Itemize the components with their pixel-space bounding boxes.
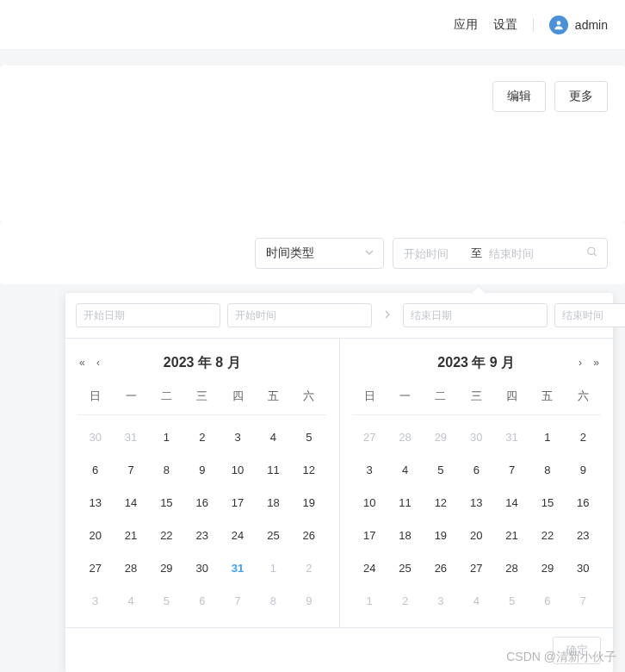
divider (533, 18, 534, 32)
day-cell[interactable]: 7 (494, 453, 529, 486)
user-name: admin (575, 18, 608, 32)
weekday-label: 日 (352, 385, 387, 408)
day-cell: 2 (387, 584, 423, 617)
day-cell[interactable]: 29 (149, 551, 184, 584)
day-cell: 7 (220, 584, 255, 617)
day-cell[interactable]: 15 (529, 486, 565, 519)
time-type-select[interactable]: 时间类型 (255, 238, 384, 269)
weekday-label: 一 (387, 385, 423, 408)
day-cell[interactable]: 10 (352, 486, 387, 519)
day-cell[interactable]: 6 (459, 453, 494, 486)
weekday-label: 六 (291, 385, 326, 408)
day-cell[interactable]: 14 (494, 486, 529, 519)
filter-card: 时间类型 至 (0, 222, 625, 284)
day-cell[interactable]: 13 (459, 486, 494, 519)
day-cell[interactable]: 18 (256, 486, 291, 519)
day-cell: 1 (352, 584, 387, 617)
day-cell[interactable]: 9 (184, 453, 220, 486)
settings-link[interactable]: 设置 (493, 17, 517, 33)
start-date-input[interactable] (76, 303, 220, 327)
day-cell[interactable]: 15 (149, 486, 184, 519)
day-cell[interactable]: 29 (529, 551, 565, 584)
day-cell[interactable]: 11 (256, 453, 291, 486)
day-cell[interactable]: 3 (220, 420, 255, 453)
day-cell[interactable]: 31 (220, 551, 255, 584)
day-cell[interactable]: 18 (387, 519, 423, 551)
left-days: 3031123456789101112131415161718192021222… (77, 420, 327, 617)
svg-line-2 (594, 253, 597, 256)
range-separator: 至 (471, 246, 482, 261)
day-cell[interactable]: 25 (387, 551, 423, 584)
day-cell[interactable]: 30 (566, 551, 601, 584)
day-cell[interactable]: 19 (291, 486, 326, 519)
search-icon[interactable] (586, 246, 598, 261)
date-inputs-row (65, 293, 613, 339)
day-cell: 7 (566, 584, 601, 617)
range-start-input[interactable] (404, 247, 464, 260)
day-cell: 28 (387, 420, 423, 453)
day-cell[interactable]: 7 (113, 453, 148, 486)
prev-year-button[interactable]: « (77, 355, 87, 370)
day-cell[interactable]: 22 (529, 519, 565, 551)
day-cell[interactable]: 26 (423, 551, 458, 584)
start-time-input[interactable] (227, 303, 372, 327)
day-cell[interactable]: 21 (113, 519, 148, 551)
day-cell: 6 (529, 584, 565, 617)
user-menu[interactable]: admin (549, 16, 608, 34)
day-cell[interactable]: 24 (352, 551, 387, 584)
day-cell[interactable]: 17 (352, 519, 387, 551)
day-cell[interactable]: 9 (566, 453, 601, 486)
day-cell[interactable]: 10 (220, 453, 255, 486)
day-cell[interactable]: 2 (184, 420, 220, 453)
time-range-input[interactable]: 至 (393, 238, 608, 269)
day-cell[interactable]: 16 (566, 486, 601, 519)
day-cell[interactable]: 11 (387, 486, 423, 519)
day-cell[interactable]: 12 (291, 453, 326, 486)
day-cell[interactable]: 20 (77, 519, 113, 551)
left-weekdays: 日一二三四五六 (77, 385, 327, 415)
day-cell: 29 (423, 420, 458, 453)
day-cell[interactable]: 27 (459, 551, 494, 584)
end-date-input[interactable] (403, 303, 548, 327)
day-cell[interactable]: 23 (566, 519, 601, 551)
next-year-button[interactable]: » (591, 355, 601, 370)
day-cell[interactable]: 22 (149, 519, 184, 551)
day-cell[interactable]: 4 (256, 420, 291, 453)
day-cell[interactable]: 2 (566, 420, 601, 453)
day-cell[interactable]: 12 (423, 486, 458, 519)
day-cell[interactable]: 27 (77, 551, 113, 584)
day-cell[interactable]: 24 (220, 519, 255, 551)
day-cell: 5 (494, 584, 529, 617)
weekday-label: 三 (459, 385, 494, 408)
day-cell[interactable]: 19 (423, 519, 458, 551)
day-cell[interactable]: 8 (149, 453, 184, 486)
app-link[interactable]: 应用 (454, 17, 478, 33)
day-cell[interactable]: 23 (184, 519, 220, 551)
day-cell[interactable]: 26 (291, 519, 326, 551)
prev-month-button[interactable]: ‹ (95, 355, 102, 370)
day-cell[interactable]: 28 (494, 551, 529, 584)
day-cell[interactable]: 6 (77, 453, 113, 486)
day-cell[interactable]: 13 (77, 486, 113, 519)
day-cell[interactable]: 25 (256, 519, 291, 551)
day-cell[interactable]: 28 (113, 551, 148, 584)
day-cell[interactable]: 5 (291, 420, 326, 453)
next-month-button[interactable]: › (577, 355, 584, 370)
day-cell[interactable]: 14 (113, 486, 148, 519)
weekday-label: 五 (529, 385, 565, 408)
day-cell[interactable]: 30 (184, 551, 220, 584)
edit-button[interactable]: 编辑 (492, 81, 546, 112)
range-end-input[interactable] (489, 247, 549, 260)
end-time-input[interactable] (554, 303, 625, 327)
day-cell[interactable]: 5 (423, 453, 458, 486)
more-button[interactable]: 更多 (554, 81, 608, 112)
day-cell[interactable]: 16 (184, 486, 220, 519)
day-cell[interactable]: 1 (149, 420, 184, 453)
day-cell[interactable]: 17 (220, 486, 255, 519)
day-cell[interactable]: 8 (529, 453, 565, 486)
day-cell[interactable]: 3 (352, 453, 387, 486)
day-cell[interactable]: 20 (459, 519, 494, 551)
day-cell[interactable]: 4 (387, 453, 423, 486)
day-cell[interactable]: 21 (494, 519, 529, 551)
day-cell[interactable]: 1 (529, 420, 565, 453)
